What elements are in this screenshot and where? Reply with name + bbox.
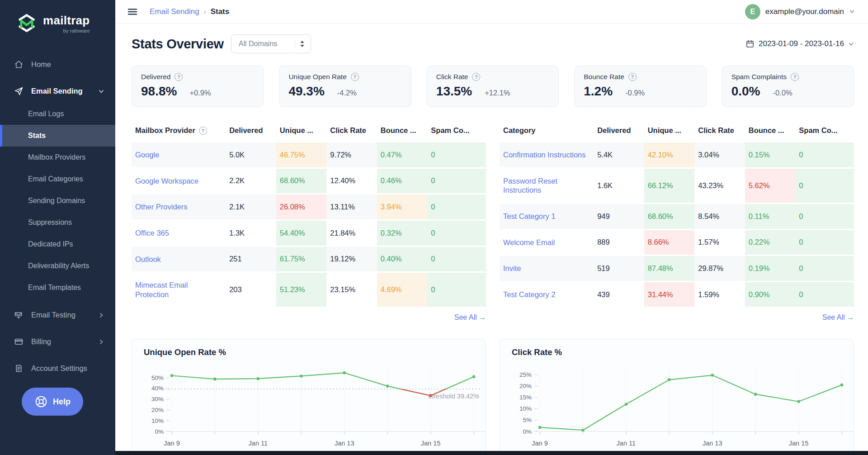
help-tooltip-icon[interactable]: ? <box>351 73 359 81</box>
stat-cards-row: Delivered? 98.8%+0.9% Unique Open Rate? … <box>132 66 854 107</box>
sidebar-item-label: Sending Domains <box>28 197 85 204</box>
help-tooltip-icon[interactable]: ? <box>791 73 799 81</box>
sidebar-nav: Home Email Sending Email Logs Stats Mail… <box>0 54 115 379</box>
content: Stats Overview All Domains 2023-01-09 - … <box>115 24 868 455</box>
column-header: Unique ... <box>276 123 327 142</box>
svg-text:Jan 13: Jan 13 <box>703 440 722 447</box>
stat-delta: +0.9% <box>189 89 211 97</box>
category-link[interactable]: Welcome Email <box>503 238 555 247</box>
cell-unique-open: 68.60% <box>276 168 327 194</box>
provider-link[interactable]: Mimecast Email Protection <box>135 280 222 299</box>
cell-bounce: 5.62% <box>745 168 796 203</box>
sidebar-item-dedicated-ips[interactable]: Dedicated IPs <box>0 233 115 255</box>
chevron-right-icon <box>98 339 104 345</box>
stat-label: Click Rate <box>436 73 468 81</box>
svg-text:Jan 9: Jan 9 <box>164 440 179 447</box>
svg-text:15%: 15% <box>519 394 532 401</box>
help-tooltip-icon[interactable]: ? <box>175 73 183 81</box>
cell-unique-open: 31.44% <box>644 281 695 307</box>
help-tooltip-icon[interactable]: ? <box>199 127 207 135</box>
sidebar-item-sending-domains[interactable]: Sending Domains <box>0 190 115 212</box>
svg-text:5%: 5% <box>523 417 532 424</box>
cell-spam: 0 <box>427 220 486 246</box>
column-header: Click Rate <box>694 123 745 142</box>
cell-click-rate: 1.59% <box>694 281 745 307</box>
hamburger-menu-icon[interactable] <box>127 6 138 17</box>
sidebar-item-email-templates[interactable]: Email Templates <box>0 277 115 299</box>
see-all-link[interactable]: See All → <box>132 313 486 322</box>
svg-text:10%: 10% <box>519 406 532 412</box>
cell-unique-open: 61.75% <box>276 246 327 272</box>
provider-link[interactable]: Office 365 <box>135 228 169 238</box>
category-link[interactable]: Test Category 1 <box>503 212 556 221</box>
cell-click-rate: 43.23% <box>694 168 745 203</box>
sidebar-item-email-testing[interactable]: Email Testing <box>0 305 115 325</box>
table-row: Test Category 1 949 68.60% 8.54% 0.11% 0 <box>500 203 854 229</box>
cell-unique-open: 8.66% <box>644 229 695 256</box>
account-email: example@your.domain <box>765 7 844 16</box>
help-tooltip-icon[interactable]: ? <box>472 73 480 81</box>
see-all-link[interactable]: See All → <box>500 313 854 322</box>
domain-filter-select[interactable]: All Domains <box>231 34 311 53</box>
date-range-picker[interactable]: 2023-01-09 - 2023-01-16 <box>745 39 854 48</box>
cell-delivered: 2.1K <box>226 194 276 220</box>
table-row: Other Providers 2.1K 26.08% 13.11% 3.94%… <box>132 194 486 220</box>
page-head: Stats Overview All Domains 2023-01-09 - … <box>132 34 854 53</box>
breadcrumb-stats: Stats <box>211 7 230 16</box>
category-link[interactable]: Password Reset Instructions <box>503 176 590 195</box>
mailbox-provider-table: Mailbox Provider? Delivered Unique ... C… <box>132 123 486 307</box>
stat-value: 13.5% <box>436 84 472 99</box>
category-link[interactable]: Test Category 2 <box>503 290 556 299</box>
sidebar-item-email-sending[interactable]: Email Sending <box>0 81 115 101</box>
table-row: Mimecast Email Protection 203 51.23% 23.… <box>132 272 486 307</box>
sidebar-item-email-categories[interactable]: Email Categories <box>0 168 115 190</box>
mailtrap-logo[interactable]: mailtrap by railsware <box>16 13 115 33</box>
account-menu[interactable]: E example@your.domain <box>745 4 855 19</box>
cell-delivered: 519 <box>594 256 644 282</box>
svg-text:Jan 13: Jan 13 <box>335 440 354 447</box>
breadcrumb-email-sending[interactable]: Email Sending <box>150 7 199 16</box>
category-link[interactable]: Invite <box>503 264 521 273</box>
home-icon <box>14 60 24 69</box>
provider-link[interactable]: Other Providers <box>135 202 188 212</box>
help-button[interactable]: Help <box>22 388 83 416</box>
table-row: Google Workspace 2.2K 68.60% 12.40% 0.46… <box>132 168 486 194</box>
main-area: Email Sending › Stats E example@your.dom… <box>115 0 868 455</box>
sidebar-item-label: Email Logs <box>28 110 64 118</box>
sidebar-item-label: Email Testing <box>31 311 75 319</box>
cell-spam: 0 <box>795 142 854 168</box>
provider-link[interactable]: Outlook <box>135 255 161 264</box>
cell-click-rate: 1.57% <box>694 229 745 256</box>
cell-unique-open: 26.08% <box>276 194 327 220</box>
brand-name: mailtrap <box>43 14 90 26</box>
page-title: Stats Overview <box>132 37 224 52</box>
stat-label: Unique Open Rate <box>288 73 346 81</box>
stat-label: Delivered <box>141 73 170 81</box>
cell-delivered: 2.2K <box>226 168 276 194</box>
provider-link[interactable]: Google <box>135 150 159 160</box>
sidebar-item-email-logs[interactable]: Email Logs <box>0 103 115 125</box>
topbar: Email Sending › Stats E example@your.dom… <box>115 0 868 24</box>
help-tooltip-icon[interactable]: ? <box>628 73 637 81</box>
svg-text:20%: 20% <box>151 407 164 413</box>
date-range-value: 2023-01-09 - 2023-01-16 <box>759 39 844 48</box>
sidebar-item-suppressions[interactable]: Suppressions <box>0 212 115 233</box>
stat-delta: -0.9% <box>625 89 645 97</box>
stat-value: 0.0% <box>731 84 760 99</box>
sidebar-item-label: Home <box>31 60 51 69</box>
sidebar-item-mailbox-providers[interactable]: Mailbox Providers <box>0 147 115 168</box>
sidebar-item-stats[interactable]: Stats <box>0 125 115 147</box>
provider-link[interactable]: Google Workspace <box>135 176 198 186</box>
cell-bounce: 0.15% <box>745 142 796 168</box>
cell-spam: 0 <box>795 203 854 229</box>
sidebar-item-account-settings[interactable]: Account Settings <box>0 358 115 379</box>
sidebar-item-billing[interactable]: Billing <box>0 332 115 352</box>
svg-text:20%: 20% <box>519 383 532 390</box>
click-rate-chart-card: Click Rate % 0%5%10%15%20%25%Jan 9Jan 11… <box>500 339 854 455</box>
sidebar-item-deliverability-alerts[interactable]: Deliverability Alerts <box>0 255 115 277</box>
charts-row: Unique Open Rate % 0%10%20%30%40%50%Jan … <box>132 339 854 455</box>
cell-click-rate: 9.72% <box>326 142 377 168</box>
sidebar-item-home[interactable]: Home <box>0 54 115 75</box>
cell-bounce: 0.90% <box>745 281 796 307</box>
category-link[interactable]: Confirmation Instructions <box>503 150 586 160</box>
